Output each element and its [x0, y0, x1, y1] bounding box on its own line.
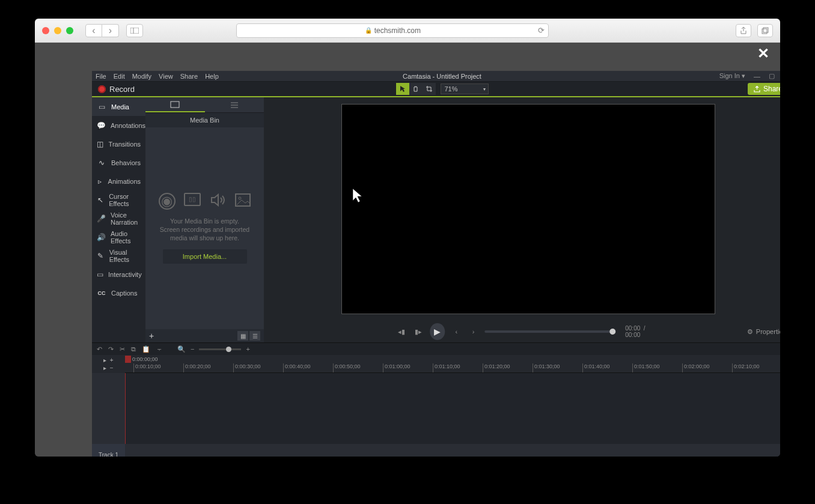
menu-share[interactable]: Share — [180, 73, 198, 80]
menu-modify[interactable]: Modify — [132, 73, 151, 80]
zoom-in-button[interactable]: + — [246, 345, 249, 353]
zoom-slider-knob[interactable] — [226, 347, 231, 352]
canvas-tools: 71% — [396, 83, 489, 95]
zoom-fit-icon[interactable]: 🔍 — [177, 345, 186, 353]
timeline-tick: 0:02:10;00 — [732, 363, 760, 373]
record-placeholder-icon: ◉ — [159, 193, 176, 210]
browser-window: ‹ › 🔒 techsmith.com ⟳ + Join over 14 mil… — [35, 19, 780, 457]
sidebar-item-cursor-effects[interactable]: ↖Cursor Effects — [92, 190, 145, 209]
sidebar-item-transitions[interactable]: ◫Transitions — [92, 135, 145, 153]
mediabin-tab-library[interactable] — [205, 97, 264, 112]
timeline-tick: 0:00:20;00 — [183, 363, 211, 373]
redo-button[interactable]: ↷ — [108, 345, 114, 353]
record-button[interactable]: Record — [92, 85, 141, 94]
app-maximize-button[interactable]: ▢ — [769, 72, 775, 80]
menu-edit[interactable]: Edit — [114, 73, 125, 80]
timeline-zoom-controls: 🔍 − + — [177, 345, 250, 353]
grid-view-button[interactable]: ▦ — [237, 331, 248, 341]
copy-button[interactable]: ⧉ — [131, 345, 136, 353]
pointer-icon — [399, 85, 406, 93]
pan-tool[interactable] — [409, 83, 423, 95]
tabs-button[interactable] — [757, 24, 773, 37]
canvas-wrapper — [264, 97, 780, 321]
timeline-tick: 0:02:00;00 — [682, 363, 710, 373]
step-back-button[interactable]: ‹ — [451, 326, 462, 338]
preview-canvas[interactable] — [341, 104, 715, 314]
maximize-window-button[interactable] — [66, 27, 73, 34]
timeline-ruler[interactable]: 0:00:00;00 0:00:10;000:00:20;000:00:30;0… — [125, 355, 780, 373]
sidebar-item-animations[interactable]: ▹Animations — [92, 172, 145, 190]
app-title: Camtasia - Untitled Project — [403, 73, 481, 80]
import-media-button[interactable]: Import Media... — [163, 249, 247, 264]
sidebar-item-captions[interactable]: CCCaptions — [92, 284, 145, 302]
track-1-row[interactable] — [125, 444, 780, 457]
sidebar-item-annotations[interactable]: 💬Annotations — [92, 116, 145, 135]
sidebar-item-audio-effects[interactable]: 🔊Audio Effects — [92, 228, 145, 246]
minimize-window-button[interactable] — [54, 27, 61, 34]
sidebar-item-behaviors[interactable]: ∿Behaviors — [92, 153, 145, 172]
add-track-button[interactable]: ▸ + — [103, 357, 113, 363]
playback-scrubber[interactable] — [485, 330, 616, 333]
mediabin-placeholder-icons: ◉ ▯▯ — [159, 193, 251, 210]
svg-point-6 — [239, 197, 241, 199]
sidebar-item-interactivity[interactable]: ▭Interactivity — [92, 265, 145, 284]
reload-button[interactable]: ⟳ — [538, 26, 545, 35]
playhead-marker[interactable] — [125, 356, 131, 363]
menu-file[interactable]: File — [96, 73, 106, 80]
back-button[interactable]: ‹ — [85, 24, 102, 37]
crop-tool[interactable] — [423, 83, 436, 95]
track-1-label[interactable]: Track 1 — [92, 444, 125, 457]
menu-view[interactable]: View — [159, 73, 173, 80]
scrubber-knob[interactable] — [609, 329, 615, 335]
close-window-button[interactable] — [42, 27, 49, 34]
tools-sidebar: ▭Media 💬Annotations ◫Transitions ∿Behavi… — [92, 97, 145, 342]
share-label: Share — [763, 85, 780, 93]
forward-button[interactable]: › — [102, 24, 119, 37]
timeline-tick: 0:00:50;00 — [333, 363, 361, 373]
media-icon: ▭ — [97, 103, 106, 111]
prev-frame-button[interactable]: ◂▮ — [396, 326, 407, 338]
sidebar-icon — [130, 28, 139, 34]
timeline-tick: 0:01:50;00 — [632, 363, 660, 373]
mediabin-tab-clips[interactable] — [145, 97, 205, 112]
sidebar-item-visual-effects[interactable]: ✎Visual Effects — [92, 246, 145, 265]
play-button[interactable]: ▶ — [430, 323, 445, 340]
menu-help[interactable]: Help — [205, 73, 219, 80]
behaviors-icon: ∿ — [97, 159, 106, 167]
sign-in-button[interactable]: Sign In ▾ — [719, 72, 745, 80]
properties-button[interactable]: ⚙ Properties — [747, 328, 780, 336]
close-modal-button[interactable]: ✕ — [757, 45, 769, 62]
step-forward-button[interactable]: › — [468, 326, 479, 338]
zoom-level-select[interactable]: 71% — [441, 83, 489, 94]
sidebar-item-voice-narration[interactable]: 🎤Voice Narration — [92, 209, 145, 228]
app-toolbar: Record 71% Share — [92, 82, 780, 97]
sidebar-toggle-button[interactable] — [126, 24, 143, 37]
zoom-out-button[interactable]: − — [191, 345, 194, 353]
split-button[interactable]: ⫟ — [156, 345, 163, 353]
app-minimize-button[interactable]: — — [754, 73, 760, 80]
svg-rect-3 — [763, 28, 768, 32]
add-media-button[interactable]: + — [149, 331, 154, 341]
paste-button[interactable]: 📋 — [142, 345, 150, 353]
gear-icon: ⚙ — [747, 328, 753, 336]
clip-icon — [170, 101, 180, 108]
timeline-tick: 0:00:30;00 — [233, 363, 261, 373]
sidebar-item-media[interactable]: ▭Media — [92, 97, 145, 116]
upload-icon — [754, 86, 760, 93]
share-button[interactable]: Share — [748, 83, 780, 95]
select-tool[interactable] — [396, 83, 409, 95]
remove-track-button[interactable]: ▸ − — [103, 365, 113, 371]
window-traffic-lights — [42, 27, 73, 34]
next-frame-button[interactable]: ▮▸ — [413, 326, 424, 338]
playhead-time: 0:00:00;00 — [132, 356, 158, 362]
share-browser-button[interactable] — [736, 24, 751, 37]
cut-button[interactable]: ✂ — [120, 345, 125, 353]
timeline-tracks-area[interactable] — [125, 373, 780, 457]
undo-button[interactable]: ↶ — [97, 345, 102, 353]
list-view-button[interactable]: ☰ — [249, 331, 260, 341]
address-bar[interactable]: 🔒 techsmith.com ⟳ — [236, 23, 549, 38]
timeline-toolbar: ↶ ↷ ✂ ⧉ 📋 ⫟ 🔍 − + — [92, 343, 780, 355]
camtasia-app: File Edit Modify View Share Help Camtasi… — [92, 71, 780, 457]
timeline-tracks: Track 1 — [92, 373, 780, 457]
zoom-slider[interactable] — [199, 348, 241, 350]
